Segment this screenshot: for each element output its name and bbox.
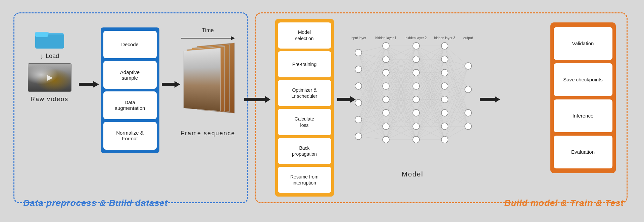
down-arrow-icon: ↓: [40, 52, 44, 61]
svg-point-226: [355, 83, 362, 89]
svg-marker-8: [231, 36, 235, 40]
model-label: Model: [402, 170, 423, 178]
neural-network-section: input layer hidden layer 1 hidden layer …: [349, 26, 477, 170]
svg-line-63: [358, 136, 386, 140]
svg-text:output: output: [463, 36, 473, 40]
svg-line-18: [358, 53, 386, 73]
data-augmentation-item: Dataaugmentation: [103, 91, 157, 119]
results-panel: Validation Save checkpoints Inference Ev…: [550, 22, 616, 173]
back-propagation-item: Backpropagation: [278, 138, 331, 164]
svg-point-234: [383, 96, 389, 103]
svg-point-232: [383, 69, 389, 76]
svg-point-240: [413, 69, 419, 76]
normalize-format-item: Normalize &Format: [103, 122, 157, 150]
model-selection-item: Modelselection: [278, 22, 331, 49]
svg-line-42: [358, 73, 386, 103]
svg-line-37: [358, 86, 386, 113]
svg-point-238: [413, 43, 419, 49]
svg-point-247: [441, 56, 448, 63]
svg-line-36: [358, 86, 386, 99]
blue-box-label: Data preprocess & Build dataset: [23, 198, 168, 208]
evaluation-item: Evaluation: [554, 136, 612, 168]
svg-line-34: [358, 73, 386, 86]
load-label: ↓ Load: [40, 52, 59, 61]
svg-line-38: [358, 86, 386, 126]
svg-point-224: [355, 49, 362, 56]
svg-line-193: [445, 46, 468, 89]
svg-line-52: [358, 99, 386, 120]
svg-line-216: [445, 66, 468, 126]
svg-point-230: [383, 43, 389, 49]
svg-point-241: [413, 83, 419, 89]
svg-point-245: [413, 136, 419, 143]
svg-text:hidden layer 1: hidden layer 1: [375, 36, 396, 40]
arrow3: [244, 94, 270, 106]
svg-line-62: [358, 126, 386, 136]
svg-line-196: [445, 59, 468, 66]
svg-point-244: [413, 123, 419, 130]
svg-point-246: [441, 43, 448, 49]
svg-point-256: [465, 109, 472, 116]
raw-videos-label: Raw videos: [31, 96, 68, 103]
svg-line-25: [358, 59, 386, 69]
adaptive-sample-item: Adaptivesample: [103, 61, 157, 89]
svg-point-236: [383, 123, 389, 130]
svg-text:hidden layer 2: hidden layer 2: [405, 36, 427, 40]
svg-point-254: [465, 63, 472, 69]
frame-sequence-section: Time Frame sequence: [175, 27, 242, 137]
resume-item: Resume frominterruption: [278, 167, 331, 193]
svg-point-229: [355, 133, 362, 140]
svg-line-223: [445, 126, 468, 140]
svg-point-231: [383, 56, 389, 63]
svg-point-239: [413, 56, 419, 63]
save-checkpoints-item: Save checkpoints: [554, 63, 612, 96]
svg-point-227: [355, 99, 362, 106]
svg-rect-4: [35, 32, 48, 37]
svg-line-28: [358, 69, 386, 99]
svg-line-49: [358, 59, 386, 120]
svg-line-60: [358, 99, 386, 136]
svg-line-59: [358, 86, 386, 136]
svg-point-237: [383, 136, 389, 143]
svg-point-250: [441, 96, 448, 103]
svg-point-243: [413, 109, 419, 116]
svg-line-40: [358, 46, 386, 103]
svg-marker-9: [244, 96, 270, 103]
arrow5: [480, 94, 500, 106]
svg-point-225: [355, 66, 362, 73]
video-thumbnail: [28, 63, 71, 92]
time-label: Time: [202, 27, 214, 33]
svg-line-39: [358, 86, 386, 140]
svg-marker-259: [480, 96, 500, 103]
svg-point-235: [383, 109, 389, 116]
svg-line-217: [445, 89, 468, 126]
svg-line-210: [445, 99, 468, 113]
svg-line-57: [358, 59, 386, 136]
svg-line-197: [445, 59, 468, 89]
svg-line-16: [358, 46, 386, 53]
svg-point-255: [465, 86, 472, 93]
svg-point-252: [441, 123, 448, 130]
video-thumbnail-inner: [28, 64, 71, 91]
inference-item: Inference: [554, 99, 612, 132]
svg-marker-5: [79, 81, 99, 88]
svg-line-53: [358, 113, 386, 120]
frame-stack: [181, 45, 235, 118]
svg-point-228: [355, 116, 362, 123]
orange-box-label: Build model & Train & Test: [504, 198, 624, 208]
preprocessing-panel: Decode Adaptivesample Dataaugmentation N…: [101, 27, 159, 153]
svg-line-17: [358, 53, 386, 59]
svg-text:input layer: input layer: [350, 36, 366, 40]
svg-line-204: [445, 66, 468, 86]
svg-line-48: [358, 46, 386, 120]
svg-point-233: [383, 83, 389, 89]
training-steps-panel: Modelselection Pre-training Optimizer &L…: [275, 19, 334, 197]
svg-line-202: [445, 73, 468, 113]
svg-line-27: [358, 69, 386, 86]
svg-point-253: [441, 136, 448, 143]
svg-point-242: [413, 96, 419, 103]
svg-text:hidden layer 3: hidden layer 3: [434, 36, 455, 40]
svg-line-221: [445, 89, 468, 140]
calculate-loss-item: Calculateloss: [278, 109, 331, 135]
validation-item: Validation: [554, 27, 612, 60]
